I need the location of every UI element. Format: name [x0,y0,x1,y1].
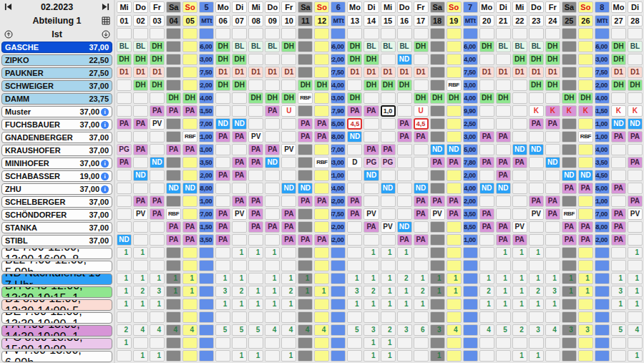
shift-cell[interactable] [479,54,494,65]
shift-cell[interactable] [248,170,263,181]
legend-row[interactable]: ND Nachtdienst 19 - 7 Uhr [1,274,112,285]
shift-cell[interactable] [628,54,643,65]
shift-cell[interactable]: ND [496,183,511,194]
shift-cell[interactable] [512,170,527,181]
shift-cell[interactable]: BL [628,41,643,52]
day-header-cell[interactable]: Mi [512,1,527,13]
shift-cell[interactable] [447,234,462,246]
shift-cell[interactable]: BL [248,41,263,52]
week-total-header-cell[interactable]: MTt [331,15,346,26]
shift-cell[interactable] [232,105,247,117]
employee-row[interactable]: SCHÖNDORFER37,00 [1,209,112,221]
week-total-header-cell[interactable]: MTt [463,15,478,26]
shift-cell[interactable] [265,118,280,130]
shift-cell[interactable] [545,170,560,181]
shift-cell[interactable] [479,144,494,155]
day-header-cell[interactable]: Do [529,1,544,13]
week-number-header-cell[interactable]: 8 [595,1,610,13]
shift-cell[interactable]: DH [545,41,560,52]
shift-cell[interactable]: PA [496,234,511,246]
shift-cell[interactable] [347,144,362,155]
shift-cell[interactable]: D1 [611,67,626,78]
shift-cell[interactable] [364,118,379,130]
shift-cell[interactable] [117,92,132,104]
shift-cell[interactable] [150,183,165,194]
shift-cell[interactable] [298,157,313,168]
employee-row[interactable]: SCHABASSER19,00i [1,170,112,182]
shift-cell[interactable]: PA [133,195,148,207]
shift-cell[interactable]: PA [248,144,263,155]
shift-cell[interactable]: DH [347,54,362,65]
shift-cell[interactable] [512,118,527,130]
shift-cell[interactable]: K [545,105,560,117]
info-icon[interactable]: i [101,173,109,180]
shift-cell[interactable] [133,183,148,194]
shift-cell[interactable] [182,208,197,220]
shift-cell[interactable] [248,105,263,117]
shift-cell[interactable]: D1 [628,67,643,78]
employee-row[interactable]: MINIHOFER37,00i [1,158,112,169]
shift-cell[interactable] [529,131,544,142]
day-header-cell[interactable]: Do [397,1,412,13]
shift-cell[interactable] [430,234,445,246]
shift-cell[interactable] [117,195,132,207]
shift-cell[interactable]: K [578,105,593,117]
shift-cell[interactable] [578,118,593,130]
shift-cell[interactable] [430,170,445,181]
shift-cell[interactable]: RBF [298,92,313,104]
date-header-cell[interactable]: 19 [447,15,462,26]
shift-cell[interactable] [166,118,181,130]
shift-cell[interactable]: PA [430,157,445,168]
date-header-cell[interactable]: 20 [479,15,494,26]
shift-cell[interactable] [430,41,445,52]
shift-cell[interactable] [381,195,396,207]
shift-cell[interactable] [447,54,462,65]
shift-cell[interactable] [496,195,511,207]
shift-cell[interactable]: PA [611,208,626,220]
shift-cell[interactable]: D1 [381,67,396,78]
shift-cell[interactable]: PV [381,221,396,233]
shift-cell[interactable]: PA [479,131,494,142]
shift-cell[interactable] [314,67,329,78]
shift-cell[interactable] [562,144,577,155]
shift-cell[interactable] [430,105,445,117]
shift-cell[interactable] [133,92,148,104]
shift-cell[interactable] [117,221,132,233]
shift-cell[interactable] [215,195,230,207]
shift-cell[interactable] [414,144,429,155]
shift-cell[interactable] [611,170,626,181]
shift-cell[interactable]: DH [150,41,165,52]
shift-cell[interactable] [628,234,643,246]
shift-cell[interactable] [628,92,643,104]
shift-cell[interactable] [298,67,313,78]
shift-cell[interactable]: D1 [529,67,544,78]
shift-cell[interactable] [150,92,165,104]
shift-cell[interactable]: K [628,105,643,117]
shift-cell[interactable] [447,131,462,142]
shift-cell[interactable]: BL [529,41,544,52]
day-header-cell[interactable]: So [314,1,329,13]
shift-cell[interactable] [430,183,445,194]
shift-cell[interactable]: DH [628,79,643,91]
shift-cell[interactable]: PA [628,195,643,207]
shift-cell[interactable] [248,118,263,130]
shift-cell[interactable] [447,118,462,130]
shift-cell[interactable] [248,54,263,65]
shift-cell[interactable]: PV [133,208,148,220]
shift-cell[interactable] [479,195,494,207]
shift-cell[interactable] [381,208,396,220]
shift-cell[interactable]: D1 [496,67,511,78]
shift-cell[interactable]: D1 [364,67,379,78]
shift-cell[interactable] [479,170,494,181]
shift-cell[interactable]: D1 [397,67,412,78]
date-header-cell[interactable]: 22 [512,15,527,26]
shift-cell[interactable]: DH [133,54,148,65]
shift-cell[interactable]: PA [232,195,247,207]
shift-cell[interactable] [512,79,527,91]
day-header-cell[interactable]: Di [628,1,643,13]
shift-cell[interactable]: RBF [578,131,593,142]
shift-cell[interactable]: PA [298,118,313,130]
shift-cell[interactable] [133,234,148,246]
info-icon[interactable]: i [101,160,109,168]
shift-cell[interactable]: PA [248,195,263,207]
